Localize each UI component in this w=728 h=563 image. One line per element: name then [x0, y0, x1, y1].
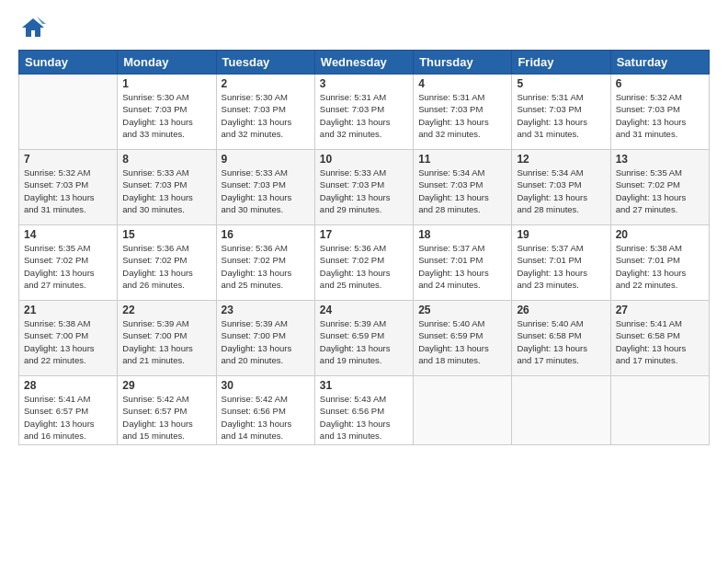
day-number: 3 — [320, 77, 408, 90]
day-number: 7 — [24, 153, 112, 166]
calendar-cell — [414, 376, 512, 445]
weekday-header: Tuesday — [216, 51, 314, 75]
day-info: Sunrise: 5:41 AM Sunset: 6:57 PM Dayligh… — [24, 393, 112, 442]
day-info: Sunrise: 5:32 AM Sunset: 7:03 PM Dayligh… — [616, 91, 704, 140]
day-number: 29 — [122, 379, 210, 392]
weekday-header: Thursday — [414, 51, 512, 75]
calendar-cell: 13Sunrise: 5:35 AM Sunset: 7:02 PM Dayli… — [610, 150, 709, 225]
day-number: 8 — [122, 153, 210, 166]
calendar-cell: 19Sunrise: 5:37 AM Sunset: 7:01 PM Dayli… — [512, 225, 610, 301]
day-number: 20 — [616, 228, 704, 241]
calendar-cell: 21Sunrise: 5:38 AM Sunset: 7:00 PM Dayli… — [19, 301, 118, 376]
day-number: 12 — [517, 153, 605, 166]
day-info: Sunrise: 5:38 AM Sunset: 7:01 PM Dayligh… — [616, 242, 704, 291]
weekday-header: Saturday — [610, 51, 709, 75]
day-info: Sunrise: 5:36 AM Sunset: 7:02 PM Dayligh… — [320, 242, 408, 291]
calendar-cell: 6Sunrise: 5:32 AM Sunset: 7:03 PM Daylig… — [610, 75, 709, 150]
calendar-cell: 1Sunrise: 5:30 AM Sunset: 7:03 PM Daylig… — [118, 75, 216, 150]
calendar-cell: 28Sunrise: 5:41 AM Sunset: 6:57 PM Dayli… — [19, 376, 118, 445]
calendar-cell: 27Sunrise: 5:41 AM Sunset: 6:58 PM Dayli… — [610, 301, 709, 376]
day-number: 18 — [418, 228, 506, 241]
day-info: Sunrise: 5:39 AM Sunset: 6:59 PM Dayligh… — [320, 317, 408, 366]
day-number: 15 — [122, 228, 210, 241]
day-info: Sunrise: 5:36 AM Sunset: 7:02 PM Dayligh… — [122, 242, 210, 291]
calendar-cell: 8Sunrise: 5:33 AM Sunset: 7:03 PM Daylig… — [118, 150, 216, 225]
calendar-cell — [610, 376, 709, 445]
calendar-cell: 7Sunrise: 5:32 AM Sunset: 7:03 PM Daylig… — [19, 150, 118, 225]
calendar-cell: 4Sunrise: 5:31 AM Sunset: 7:03 PM Daylig… — [414, 75, 512, 150]
calendar: SundayMondayTuesdayWednesdayThursdayFrid… — [18, 50, 710, 445]
calendar-cell: 31Sunrise: 5:43 AM Sunset: 6:56 PM Dayli… — [314, 376, 413, 445]
calendar-cell: 3Sunrise: 5:31 AM Sunset: 7:03 PM Daylig… — [314, 75, 413, 150]
day-info: Sunrise: 5:30 AM Sunset: 7:03 PM Dayligh… — [222, 91, 310, 140]
weekday-header: Friday — [512, 51, 610, 75]
day-info: Sunrise: 5:35 AM Sunset: 7:02 PM Dayligh… — [616, 167, 704, 215]
day-info: Sunrise: 5:38 AM Sunset: 7:00 PM Dayligh… — [24, 317, 112, 366]
calendar-cell: 16Sunrise: 5:36 AM Sunset: 7:02 PM Dayli… — [216, 225, 314, 301]
day-number: 14 — [24, 228, 112, 241]
day-number: 2 — [222, 77, 310, 90]
day-info: Sunrise: 5:34 AM Sunset: 7:03 PM Dayligh… — [517, 167, 605, 215]
day-number: 16 — [222, 228, 310, 241]
day-info: Sunrise: 5:42 AM Sunset: 6:57 PM Dayligh… — [122, 393, 210, 442]
day-info: Sunrise: 5:43 AM Sunset: 6:56 PM Dayligh… — [320, 393, 408, 442]
day-number: 17 — [320, 228, 408, 241]
day-info: Sunrise: 5:33 AM Sunset: 7:03 PM Dayligh… — [122, 167, 210, 215]
day-info: Sunrise: 5:31 AM Sunset: 7:03 PM Dayligh… — [320, 91, 408, 140]
weekday-header: Monday — [118, 51, 216, 75]
day-info: Sunrise: 5:39 AM Sunset: 7:00 PM Dayligh… — [222, 317, 310, 366]
day-info: Sunrise: 5:31 AM Sunset: 7:03 PM Dayligh… — [418, 91, 506, 140]
calendar-cell: 25Sunrise: 5:40 AM Sunset: 6:59 PM Dayli… — [414, 301, 512, 376]
day-number: 9 — [222, 153, 310, 166]
calendar-cell: 24Sunrise: 5:39 AM Sunset: 6:59 PM Dayli… — [314, 301, 413, 376]
day-number: 11 — [418, 153, 506, 166]
day-info: Sunrise: 5:33 AM Sunset: 7:03 PM Dayligh… — [320, 167, 408, 215]
day-number: 26 — [517, 304, 605, 316]
calendar-cell: 29Sunrise: 5:42 AM Sunset: 6:57 PM Dayli… — [118, 376, 216, 445]
calendar-cell: 14Sunrise: 5:35 AM Sunset: 7:02 PM Dayli… — [19, 225, 118, 301]
weekday-header: Wednesday — [314, 51, 413, 75]
day-info: Sunrise: 5:37 AM Sunset: 7:01 PM Dayligh… — [418, 242, 506, 291]
day-info: Sunrise: 5:37 AM Sunset: 7:01 PM Dayligh… — [517, 242, 605, 291]
day-info: Sunrise: 5:40 AM Sunset: 6:58 PM Dayligh… — [517, 317, 605, 366]
calendar-cell: 22Sunrise: 5:39 AM Sunset: 7:00 PM Dayli… — [118, 301, 216, 376]
calendar-cell: 5Sunrise: 5:31 AM Sunset: 7:03 PM Daylig… — [512, 75, 610, 150]
calendar-cell — [19, 75, 118, 150]
day-info: Sunrise: 5:31 AM Sunset: 7:03 PM Dayligh… — [517, 91, 605, 140]
day-info: Sunrise: 5:39 AM Sunset: 7:00 PM Dayligh… — [122, 317, 210, 366]
calendar-cell — [512, 376, 610, 445]
day-number: 30 — [222, 379, 310, 392]
calendar-cell: 2Sunrise: 5:30 AM Sunset: 7:03 PM Daylig… — [216, 75, 314, 150]
day-info: Sunrise: 5:35 AM Sunset: 7:02 PM Dayligh… — [24, 242, 112, 291]
day-number: 25 — [418, 304, 506, 316]
day-info: Sunrise: 5:34 AM Sunset: 7:03 PM Dayligh… — [418, 167, 506, 215]
day-info: Sunrise: 5:36 AM Sunset: 7:02 PM Dayligh… — [222, 242, 310, 291]
calendar-cell: 26Sunrise: 5:40 AM Sunset: 6:58 PM Dayli… — [512, 301, 610, 376]
calendar-cell: 11Sunrise: 5:34 AM Sunset: 7:03 PM Dayli… — [414, 150, 512, 225]
day-number: 13 — [616, 153, 704, 166]
day-number: 31 — [320, 379, 408, 392]
calendar-cell: 23Sunrise: 5:39 AM Sunset: 7:00 PM Dayli… — [216, 301, 314, 376]
day-number: 10 — [320, 153, 408, 166]
calendar-cell: 30Sunrise: 5:42 AM Sunset: 6:56 PM Dayli… — [216, 376, 314, 445]
day-number: 21 — [24, 304, 112, 316]
day-number: 23 — [222, 304, 310, 316]
day-info: Sunrise: 5:42 AM Sunset: 6:56 PM Dayligh… — [222, 393, 310, 442]
day-number: 1 — [122, 77, 210, 90]
day-number: 5 — [517, 77, 605, 90]
header — [18, 15, 710, 40]
day-info: Sunrise: 5:30 AM Sunset: 7:03 PM Dayligh… — [122, 91, 210, 140]
page: SundayMondayTuesdayWednesdayThursdayFrid… — [0, 0, 728, 563]
calendar-cell: 20Sunrise: 5:38 AM Sunset: 7:01 PM Dayli… — [610, 225, 709, 301]
day-info: Sunrise: 5:40 AM Sunset: 6:59 PM Dayligh… — [418, 317, 506, 366]
day-number: 19 — [517, 228, 605, 241]
day-info: Sunrise: 5:41 AM Sunset: 6:58 PM Dayligh… — [616, 317, 704, 366]
day-number: 22 — [122, 304, 210, 316]
calendar-cell: 9Sunrise: 5:33 AM Sunset: 7:03 PM Daylig… — [216, 150, 314, 225]
calendar-cell: 10Sunrise: 5:33 AM Sunset: 7:03 PM Dayli… — [314, 150, 413, 225]
weekday-header: Sunday — [19, 51, 118, 75]
calendar-cell: 18Sunrise: 5:37 AM Sunset: 7:01 PM Dayli… — [414, 225, 512, 301]
calendar-cell: 12Sunrise: 5:34 AM Sunset: 7:03 PM Dayli… — [512, 150, 610, 225]
day-info: Sunrise: 5:33 AM Sunset: 7:03 PM Dayligh… — [222, 167, 310, 215]
day-info: Sunrise: 5:32 AM Sunset: 7:03 PM Dayligh… — [24, 167, 112, 215]
